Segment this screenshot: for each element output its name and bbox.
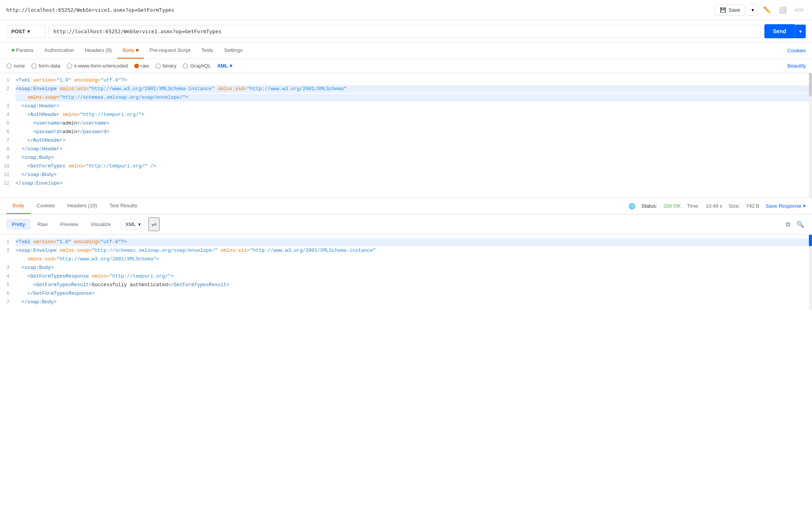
radio-graphql bbox=[183, 63, 188, 69]
resp-tab-headers[interactable]: Headers (10) bbox=[61, 198, 103, 214]
req-line-1: 1 <?xml version="1.0" encoding="utf-8"?> bbox=[0, 76, 812, 85]
radio-form-data bbox=[31, 63, 37, 69]
body-type-options: none form-data x-www-form-urlencoded raw… bbox=[0, 59, 812, 73]
resp-line-2b: xmlns:xsd="http://www.w3.org/2001/XMLSch… bbox=[0, 255, 812, 264]
save-response-button[interactable]: Save Response ▾ bbox=[766, 203, 806, 209]
view-tab-pretty-label: Pretty bbox=[12, 221, 25, 227]
req-line-7: 7 </AuthHeader> bbox=[0, 136, 812, 145]
req-line-4: 4 <AuthHeader xmlns="http://tempuri.org/… bbox=[0, 110, 812, 119]
req-line-11: 11 </soap:Body> bbox=[0, 171, 812, 179]
resp-line-7: 7 </soap:Body> bbox=[0, 298, 812, 306]
beautify-button[interactable]: Beautify bbox=[787, 63, 806, 69]
save-icon: 💾 bbox=[720, 7, 726, 13]
tab-params[interactable]: Params bbox=[6, 43, 39, 59]
method-chevron-icon: ▾ bbox=[27, 28, 30, 34]
req-line-10: 10 <GetFormTypes xmlns="http://tempuri.o… bbox=[0, 162, 812, 171]
option-none[interactable]: none bbox=[6, 63, 25, 69]
tab-headers[interactable]: Headers (9) bbox=[80, 43, 118, 59]
view-tab-raw-label: Raw bbox=[37, 221, 48, 227]
size-value: 742 B bbox=[746, 203, 759, 209]
response-body-editor: 1 <?xml version="1.0" encoding="utf-8"?>… bbox=[0, 235, 812, 310]
copy-icon[interactable]: ⬜ bbox=[776, 4, 789, 16]
method-selector[interactable]: POST ▾ bbox=[6, 25, 45, 38]
params-dot bbox=[12, 49, 14, 52]
response-scrollbar-thumb bbox=[809, 235, 812, 246]
req-line-9: 9 <soap:Body> bbox=[0, 153, 812, 162]
send-dropdown-button[interactable]: ▾ bbox=[795, 25, 806, 38]
resp-line-3: 3 <soap:Body> bbox=[0, 264, 812, 272]
resp-line-6: 6 </GetFormTypesResponse> bbox=[0, 289, 812, 298]
tab-headers-label: Headers (9) bbox=[85, 47, 112, 53]
response-scrollbar[interactable] bbox=[809, 235, 812, 310]
tab-pre-request[interactable]: Pre-request Script bbox=[144, 43, 196, 59]
option-urlencoded[interactable]: x-www-form-urlencoded bbox=[67, 63, 128, 69]
option-form-data-label: form-data bbox=[39, 63, 61, 69]
req-line-12: 12 </soap:Envelope> bbox=[0, 179, 812, 188]
resp-tab-body[interactable]: Body bbox=[6, 198, 30, 214]
cookies-link[interactable]: Cookies bbox=[787, 48, 806, 53]
view-tab-pretty[interactable]: Pretty bbox=[6, 219, 30, 230]
time-value: 10.48 s bbox=[706, 203, 723, 209]
option-none-label: none bbox=[14, 63, 25, 69]
req-line-2b: xmlns:soap="http://schemas.xmlsoap.org/s… bbox=[0, 93, 812, 102]
resp-tab-headers-label: Headers (10) bbox=[68, 203, 97, 208]
response-status: 🌐 Status: 200 OK Time: 10.48 s Size: 742… bbox=[629, 203, 806, 209]
req-line-6: 6 <password>admin</password> bbox=[0, 128, 812, 136]
req-line-8: 8 </soap:Header> bbox=[0, 145, 812, 153]
resp-line-5: 5 <GetFormTypesResult>Successfully authe… bbox=[0, 281, 812, 289]
search-response-button[interactable]: 🔍 bbox=[795, 219, 806, 230]
save-button[interactable]: 💾 Save bbox=[715, 4, 745, 16]
option-form-data[interactable]: form-data bbox=[31, 63, 61, 69]
tab-tests[interactable]: Tests bbox=[196, 43, 219, 59]
request-line: POST ▾ Send ▾ bbox=[0, 20, 812, 43]
view-tab-raw[interactable]: Raw bbox=[32, 219, 53, 230]
option-graphql[interactable]: GraphQL bbox=[183, 63, 211, 69]
option-graphql-label: GraphQL bbox=[190, 63, 211, 69]
request-url-input[interactable] bbox=[48, 25, 761, 38]
status-label: Status: bbox=[641, 203, 657, 209]
resp-tab-body-label: Body bbox=[12, 203, 24, 208]
save-dropdown-button[interactable]: ▾ bbox=[748, 4, 758, 16]
req-line-3: 3 <soap:Header> bbox=[0, 102, 812, 110]
format-xml-label: XML bbox=[217, 63, 228, 69]
copy-response-button[interactable]: ⧉ bbox=[784, 219, 792, 230]
option-urlencoded-label: x-www-form-urlencoded bbox=[74, 63, 128, 69]
send-button[interactable]: Send bbox=[764, 24, 795, 38]
status-value: 200 OK bbox=[664, 203, 681, 209]
body-dot bbox=[136, 49, 139, 52]
radio-none bbox=[6, 63, 12, 69]
url-bar-actions: 💾 Save ▾ ✏️ ⬜ </> bbox=[715, 4, 806, 16]
option-raw[interactable]: raw bbox=[134, 63, 149, 69]
time-label: Time: bbox=[687, 203, 700, 209]
edit-icon[interactable]: ✏️ bbox=[761, 4, 773, 16]
resp-line-4: 4 <GetFormTypesResponse xmlns="http://te… bbox=[0, 272, 812, 281]
tab-params-label: Params bbox=[16, 47, 34, 53]
format-xml-selector[interactable]: XML ▾ bbox=[217, 63, 232, 69]
save-label: Save bbox=[728, 7, 740, 13]
response-format-selector[interactable]: XML ▾ bbox=[121, 219, 145, 230]
resp-line-1: 1 <?xml version="1.0" encoding="utf-8"?> bbox=[0, 238, 812, 246]
tab-body[interactable]: Body bbox=[117, 43, 144, 59]
tab-body-label: Body bbox=[123, 47, 134, 53]
send-button-group: Send ▾ bbox=[764, 24, 806, 38]
view-tab-visualize[interactable]: Visualize bbox=[85, 219, 116, 230]
editor-scrollbar[interactable] bbox=[809, 73, 812, 198]
url-display: http://localhost:65252/WebService1.asmx?… bbox=[6, 7, 710, 13]
size-label: Size: bbox=[728, 203, 740, 209]
radio-raw-dot bbox=[134, 64, 139, 68]
tab-authorization[interactable]: Authorization bbox=[39, 43, 80, 59]
resp-tab-cookies[interactable]: Cookies bbox=[30, 198, 61, 214]
view-tab-preview[interactable]: Preview bbox=[55, 219, 84, 230]
radio-binary bbox=[155, 63, 161, 69]
globe-icon: 🌐 bbox=[629, 203, 635, 209]
wrap-lines-button[interactable]: ⇌ bbox=[148, 217, 160, 231]
option-binary[interactable]: binary bbox=[155, 63, 176, 69]
resp-tab-cookies-label: Cookies bbox=[37, 203, 55, 208]
tab-tests-label: Tests bbox=[201, 47, 213, 53]
format-resp-chevron-icon: ▾ bbox=[138, 221, 141, 227]
tab-settings[interactable]: Settings bbox=[219, 43, 248, 59]
response-view-actions: ⧉ 🔍 bbox=[784, 219, 806, 230]
resp-tab-test-results[interactable]: Test Results bbox=[103, 198, 143, 214]
request-body-editor[interactable]: 1 <?xml version="1.0" encoding="utf-8"?>… bbox=[0, 73, 812, 198]
code-icon[interactable]: </> bbox=[792, 4, 806, 16]
